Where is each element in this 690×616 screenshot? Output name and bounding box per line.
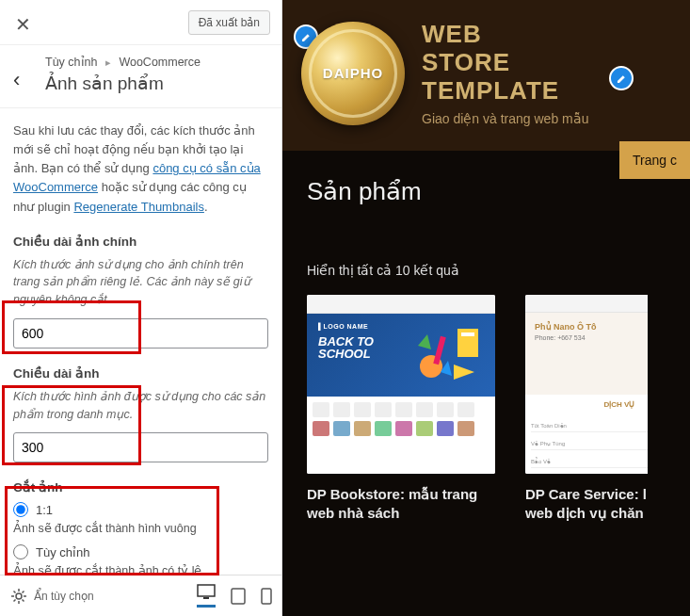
desktop-icon[interactable]	[197, 584, 216, 608]
svg-point-0	[16, 593, 22, 599]
product-card[interactable]: XƯỞNG Ô TÔ Phủ Nano Ô Tô Phone: +667 534…	[525, 295, 648, 524]
main-image-width-input[interactable]	[13, 318, 268, 349]
publish-status-button[interactable]: Đã xuất bản	[188, 10, 270, 35]
product-title: DP Care Service: l web dịch vụ chăn	[525, 485, 648, 524]
product-thumbnail: ▌LOGO NAME BACK TOSCHOOL	[307, 295, 495, 474]
device-preview-toggle	[197, 584, 272, 608]
thumb-width-input[interactable]	[13, 432, 268, 462]
svg-rect-2	[203, 597, 209, 599]
result-count: Hiển thị tất cả 10 kết quả	[307, 263, 666, 278]
crop-radio-1-1[interactable]	[13, 502, 28, 517]
product-grid: ▌LOGO NAME BACK TOSCHOOL	[307, 295, 666, 524]
crop-radio-custom[interactable]	[13, 544, 28, 559]
crop-label: Cắt ảnh	[13, 479, 268, 494]
mock-hero: ▌LOGO NAME BACK TOSCHOOL	[307, 314, 495, 397]
hero-line1: WEB	[422, 20, 482, 48]
mock-browser-bar: XƯỞNG Ô TÔ	[525, 295, 648, 314]
thumb-width-help: Kích thước hình ảnh được sử dụng cho các…	[13, 388, 268, 424]
thumb-width-label: Chiều dài ảnh	[13, 365, 268, 381]
brand-text: DAIPHO	[323, 65, 383, 81]
products-title: Sản phẩm	[307, 177, 666, 206]
hero-line2: STORE	[422, 48, 510, 76]
crop-desc-custom: Ảnh sẽ được cắt thành ảnh có tỷ lệ	[13, 563, 268, 575]
hero-text: WEB STORE TEMPLATE Giao diện và trang we…	[422, 21, 589, 126]
crop-option-1-1[interactable]: 1:1	[13, 502, 268, 517]
crop-radio-label-1-1: 1:1	[36, 503, 53, 517]
mock-tagline: Phủ Nano Ô Tô	[535, 322, 648, 332]
svg-rect-3	[232, 589, 245, 604]
hero-line3: TEMPLATE	[422, 76, 559, 105]
mock-body: DỊCH VỤ Tôt Toàn Diện Vệ Phụ Tùng Bảo Vệ	[525, 395, 648, 474]
product-title: DP Bookstore: mẫu trang web nhà sách	[307, 485, 495, 524]
brand-badge: DAIPHO	[301, 22, 405, 125]
crop-desc-1-1: Ảnh sẽ được cắt thành hình vuông	[13, 521, 268, 535]
mock-phone: Phone: +667 534	[535, 334, 648, 341]
product-thumbnail: XƯỞNG Ô TÔ Phủ Nano Ô Tô Phone: +667 534…	[525, 295, 648, 474]
breadcrumb-child: WooCommerce	[119, 56, 201, 69]
main-image-width-label: Chiều dài ảnh chính	[13, 234, 268, 249]
panel-top-bar: ✕ Đã xuất bản	[0, 0, 281, 45]
main-image-width-wrap	[13, 318, 268, 349]
gear-icon	[9, 587, 28, 606]
school-supplies-icon	[412, 323, 488, 387]
chevron-right-icon: ▸	[101, 57, 116, 68]
desc-p3: .	[204, 200, 208, 214]
products-section: Sản phẩm Hiển thị tất cả 10 kết quả ▌LOG…	[282, 151, 690, 550]
cta-button[interactable]: Trang c	[619, 141, 690, 179]
svg-rect-4	[262, 589, 271, 604]
panel-header: ‹ Tùy chỉnh ▸ WooCommerce Ảnh sản phẩm	[0, 45, 281, 108]
hero-title: WEB STORE TEMPLATE	[422, 21, 589, 105]
mock-hero: Phủ Nano Ô Tô Phone: +667 534	[525, 313, 648, 394]
svg-rect-6	[461, 332, 474, 336]
product-card[interactable]: ▌LOGO NAME BACK TOSCHOOL	[307, 295, 495, 524]
site-preview: DAIPHO WEB STORE TEMPLATE Giao diện và t…	[282, 0, 690, 616]
panel-body: Sau khi lưu các thay đổi, các kích thước…	[0, 108, 281, 575]
mock-shelf	[307, 397, 495, 474]
tablet-icon[interactable]	[231, 588, 246, 605]
mock-section-label: DỊCH VỤ	[531, 400, 648, 409]
mobile-icon[interactable]	[261, 588, 272, 605]
edit-shortcut-icon[interactable]	[609, 66, 634, 90]
customizer-panel: ✕ Đã xuất bản ‹ Tùy chỉnh ▸ WooCommerce …	[0, 0, 282, 616]
hero-subtitle: Giao diện và trang web mẫu	[422, 111, 589, 126]
hero-section: DAIPHO WEB STORE TEMPLATE Giao diện và t…	[282, 0, 690, 151]
chevron-left-icon[interactable]: ‹	[13, 68, 20, 92]
close-icon[interactable]: ✕	[15, 13, 31, 36]
breadcrumb: Tùy chỉnh ▸ WooCommerce	[45, 55, 266, 69]
crop-radio-label-custom: Tùy chỉnh	[36, 545, 89, 559]
svg-rect-8	[433, 335, 446, 365]
hide-options-label: Ẩn tùy chọn	[34, 590, 94, 603]
section-title: Ảnh sản phẩm	[45, 73, 266, 94]
hide-options-toggle[interactable]: Ẩn tùy chọn	[9, 587, 94, 606]
link-regenerate-thumbnails[interactable]: Regenerate Thumbnails	[73, 200, 204, 214]
crop-option-custom[interactable]: Tùy chỉnh	[13, 544, 268, 559]
svg-rect-1	[198, 585, 215, 596]
panel-footer: Ẩn tùy chọn	[0, 575, 281, 616]
description-text: Sau khi lưu các thay đổi, các kích thước…	[13, 122, 268, 217]
thumb-width-wrap	[13, 432, 268, 462]
mock-browser-bar	[307, 295, 495, 314]
main-image-width-help: Kích thước ảnh sử dụng cho ảnh chính trê…	[13, 256, 268, 309]
breadcrumb-parent: Tùy chỉnh	[45, 56, 97, 69]
